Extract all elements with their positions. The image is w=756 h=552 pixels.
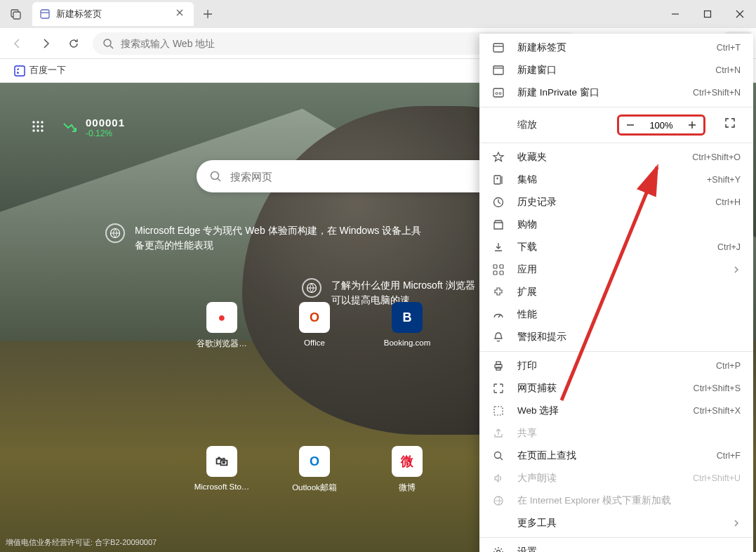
download-icon <box>492 241 505 254</box>
search-icon <box>102 38 114 49</box>
menu-separator <box>479 143 753 143</box>
menu-shortcut: Ctrl+F <box>717 451 741 461</box>
forward-button[interactable] <box>32 32 59 55</box>
menu-item-inprivate[interactable]: 新建 InPrivate 窗口Ctrl+Shift+N <box>479 81 753 104</box>
footer-text: 增值电信业务经营许可证: 合字B2-20090007 <box>6 537 157 548</box>
svg-rect-5 <box>705 11 711 18</box>
new-tab-button[interactable] <box>197 3 219 25</box>
tile-icon: ● <box>206 302 237 333</box>
svg-point-53 <box>495 452 501 459</box>
menu-shortcut: Ctrl+T <box>717 43 741 53</box>
svg-point-36 <box>499 93 501 95</box>
share-icon <box>492 427 505 440</box>
refresh-button[interactable] <box>60 32 87 55</box>
svg-rect-32 <box>493 66 503 74</box>
svg-point-21 <box>37 125 39 127</box>
menu-item-alerts[interactable]: 警报和提示 <box>479 326 753 348</box>
menu-item-settings[interactable]: 设置 <box>479 541 753 552</box>
menu-item-share: 共享 <box>479 422 753 445</box>
close-window-button[interactable] <box>724 0 756 28</box>
svg-rect-34 <box>493 88 503 97</box>
zoom-highlight-box: 100% <box>617 114 705 136</box>
find-icon <box>492 449 505 462</box>
menu-item-shopping[interactable]: 购物 <box>479 213 753 236</box>
quick-link-tile[interactable]: 微微博 <box>382 446 432 493</box>
svg-rect-48 <box>500 271 503 275</box>
menu-item-print[interactable]: 打印Ctrl+P <box>479 355 753 377</box>
window-controls <box>659 0 756 28</box>
maximize-button[interactable] <box>691 0 724 28</box>
stock-trend-icon <box>62 119 79 136</box>
menu-item-label: Web 选择 <box>517 405 681 417</box>
quick-link-tile[interactable]: BBooking.com <box>382 302 432 349</box>
extensions-icon <box>492 286 505 298</box>
menu-item-extensions[interactable]: 扩展 <box>479 281 753 303</box>
menu-item-label: 在 Internet Explorer 模式下重新加载 <box>517 494 741 507</box>
tile-label: Booking.com <box>384 339 430 347</box>
menu-item-window[interactable]: 新建窗口Ctrl+N <box>479 59 753 81</box>
svg-rect-46 <box>500 265 503 268</box>
zoom-out-button[interactable] <box>622 117 639 133</box>
svg-point-24 <box>37 129 39 131</box>
menu-shortcut: Ctrl+N <box>715 65 741 75</box>
browser-tab[interactable]: 新建标签页 <box>32 2 194 26</box>
tab-close-icon[interactable] <box>175 8 187 20</box>
menu-item-select[interactable]: Web 选择Ctrl+Shift+X <box>479 400 753 422</box>
menu-item-label: 大声朗读 <box>517 472 680 485</box>
svg-point-25 <box>41 129 43 131</box>
svg-rect-30 <box>493 44 503 52</box>
quick-link-tile[interactable]: OOutlook邮箱 <box>289 446 340 493</box>
promo-card-1[interactable]: Microsoft Edge 专为现代 Web 体验而构建，在 Windows … <box>105 223 428 253</box>
menu-shortcut: Ctrl+Shift+O <box>692 152 741 162</box>
menu-item-label: 集锦 <box>517 173 694 186</box>
select-icon <box>492 405 505 417</box>
svg-line-27 <box>218 178 220 181</box>
svg-line-7 <box>110 46 113 48</box>
menu-item-ie: 在 Internet Explorer 模式下重新加载 <box>479 489 753 512</box>
zoom-value: 100% <box>646 120 677 131</box>
menu-item-label: 性能 <box>517 308 741 321</box>
menu-item-label: 设置 <box>517 546 741 552</box>
quick-link-tile[interactable]: OOffice <box>289 302 340 349</box>
back-button[interactable] <box>4 32 31 55</box>
svg-rect-50 <box>496 362 500 364</box>
menu-item-label: 下载 <box>517 241 705 254</box>
ie-icon <box>492 494 505 507</box>
tab-actions-button[interactable] <box>4 3 28 25</box>
inprivate-icon <box>492 86 505 99</box>
menu-shortcut: +Shift+Y <box>707 175 741 185</box>
tab-favicon-icon <box>39 8 51 20</box>
minimize-button[interactable] <box>659 0 691 28</box>
svg-rect-47 <box>493 271 497 275</box>
menu-item-label: 应用 <box>517 263 719 276</box>
svg-point-23 <box>32 129 34 131</box>
menu-item-collections[interactable]: 集锦+Shift+Y <box>479 169 753 191</box>
menu-item-performance[interactable]: 性能 <box>479 303 753 326</box>
menu-item-capture[interactable]: 网页捕获Ctrl+Shift+S <box>479 377 753 400</box>
fullscreen-button[interactable] <box>724 117 741 133</box>
menu-item-tab[interactable]: 新建标签页Ctrl+T <box>479 37 753 59</box>
blank-icon <box>492 517 505 530</box>
stock-widget[interactable]: 000001 -0.12% <box>62 117 125 138</box>
window-icon <box>492 64 505 77</box>
quick-link-tile[interactable]: 🛍Microsoft Sto… <box>197 446 247 493</box>
menu-item-star[interactable]: 收藏夹Ctrl+Shift+O <box>479 146 753 169</box>
app-launcher-icon[interactable] <box>31 119 48 136</box>
menu-item-download[interactable]: 下载Ctrl+J <box>479 236 753 258</box>
svg-line-54 <box>500 458 503 461</box>
menu-item-history[interactable]: 历史记录Ctrl+H <box>479 191 753 213</box>
menu-item-more[interactable]: 更多工具 <box>479 512 753 534</box>
menu-shortcut: Ctrl+Shift+N <box>693 88 741 98</box>
menu-item-find[interactable]: 在页面上查找Ctrl+F <box>479 445 753 467</box>
svg-point-22 <box>41 125 43 127</box>
menu-item-apps[interactable]: 应用 <box>479 258 753 281</box>
menu-item-label: 收藏夹 <box>517 151 679 164</box>
svg-point-6 <box>104 39 111 46</box>
chevron-right-icon <box>732 519 741 527</box>
svg-rect-40 <box>494 176 500 184</box>
print-icon <box>492 360 505 372</box>
quick-link-tile[interactable]: ●谷歌浏览器… <box>197 302 247 349</box>
zoom-in-button[interactable] <box>684 117 701 133</box>
bookmark-item[interactable]: 百度一下 <box>10 62 70 79</box>
capture-icon <box>492 382 505 395</box>
